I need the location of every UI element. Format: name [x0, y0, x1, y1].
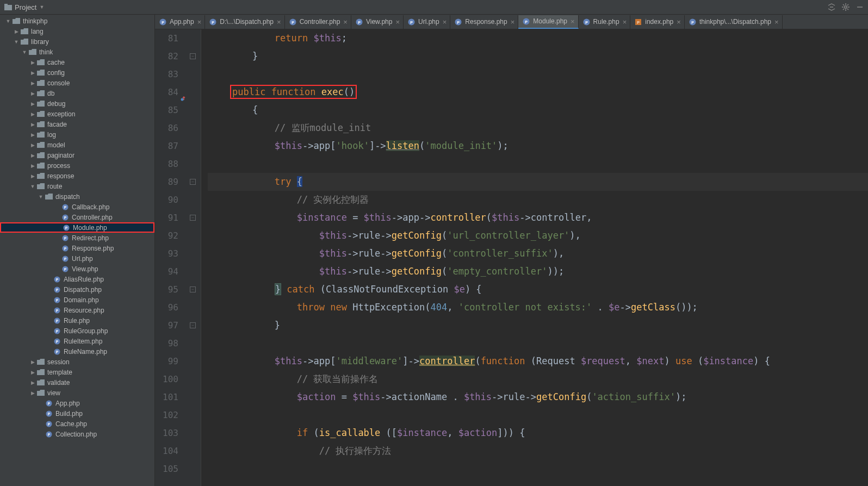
- tree-arrow-icon[interactable]: [29, 163, 36, 169]
- tree-arrow-icon[interactable]: [29, 101, 36, 107]
- fold-toggle-icon[interactable]: [190, 322, 196, 328]
- code-line[interactable]: } catch (ClassNotFoundException $e) {: [208, 281, 868, 298]
- tree-arrow-icon[interactable]: [29, 111, 36, 117]
- tree-arrow-icon[interactable]: [29, 80, 36, 86]
- tree-item-thinkphp[interactable]: thinkphp: [0, 16, 154, 26]
- fold-toggle-icon[interactable]: [190, 53, 196, 59]
- project-tree[interactable]: thinkphplanglibrarythinkcacheconfigconso…: [0, 15, 155, 486]
- tab-module-php[interactable]: PModule.php×: [518, 15, 578, 29]
- tree-arrow-icon[interactable]: [29, 370, 36, 375]
- close-icon[interactable]: ×: [395, 18, 400, 26]
- tree-item-redirect-php[interactable]: PRedirect.php: [0, 233, 154, 243]
- code-line[interactable]: if (is_callable ([$instance, $action])) …: [208, 424, 868, 442]
- tree-item-resource-php[interactable]: PResource.php: [0, 305, 154, 315]
- code-line[interactable]: $instance = $this->app->controller($this…: [208, 209, 868, 227]
- code-line[interactable]: throw new HttpException(404, 'controller…: [208, 298, 868, 316]
- tree-item-lang[interactable]: lang: [0, 26, 154, 36]
- tree-item-dispatch-php[interactable]: PDispatch.php: [0, 284, 154, 295]
- tree-item-callback-php[interactable]: PCallback.php: [0, 202, 154, 212]
- code-line[interactable]: $this->app['hook']->listen('module_init'…: [208, 137, 868, 155]
- tree-arrow-icon[interactable]: [29, 184, 36, 189]
- code-line[interactable]: public function exec(): [208, 83, 868, 101]
- tree-arrow-icon[interactable]: [29, 153, 36, 158]
- code-line[interactable]: }: [208, 47, 868, 65]
- code-line[interactable]: $this->rule->getConfig('empty_controller…: [208, 263, 868, 281]
- code-line[interactable]: // 实例化控制器: [208, 191, 868, 209]
- tree-item-session[interactable]: session: [0, 357, 154, 367]
- gear-icon[interactable]: [840, 1, 852, 13]
- tab-response-php[interactable]: PResponse.php×: [450, 15, 518, 29]
- close-icon[interactable]: ×: [197, 18, 202, 26]
- tree-item-process[interactable]: process: [0, 160, 154, 171]
- tab-rule-php[interactable]: PRule.php×: [579, 15, 631, 29]
- tab-app-php[interactable]: PApp.php×: [155, 15, 205, 29]
- tab-d-dispatch-php[interactable]: PD:\...\Dispatch.php×: [205, 15, 284, 29]
- fold-toggle-icon[interactable]: [190, 215, 196, 221]
- tree-item-dispatch[interactable]: dispatch: [0, 191, 154, 202]
- code-line[interactable]: [208, 334, 868, 352]
- close-icon[interactable]: ×: [571, 17, 575, 26]
- tree-arrow-icon[interactable]: [21, 49, 28, 55]
- tree-arrow-icon[interactable]: [29, 91, 36, 96]
- project-dropdown[interactable]: Project ▼: [0, 0, 48, 14]
- minimize-icon[interactable]: [854, 1, 866, 13]
- code-line[interactable]: {: [208, 101, 868, 119]
- tree-item-view-php[interactable]: PView.php: [0, 264, 154, 274]
- close-icon[interactable]: ×: [343, 18, 348, 26]
- tree-item-module-php[interactable]: PModule.php: [0, 222, 154, 233]
- collapse-icon[interactable]: [826, 1, 838, 13]
- tree-item-ruleitem-php[interactable]: PRuleItem.php: [0, 336, 154, 346]
- tree-arrow-icon[interactable]: [29, 122, 36, 127]
- tree-item-debug[interactable]: debug: [0, 98, 154, 109]
- tree-item-validate[interactable]: validate: [0, 377, 154, 388]
- tree-item-console[interactable]: console: [0, 78, 154, 88]
- code-content[interactable]: return $this; } public function exec() {…: [201, 29, 868, 486]
- tree-item-config[interactable]: config: [0, 67, 154, 78]
- code-line[interactable]: try {: [208, 173, 868, 191]
- tree-item-aliasrule-php[interactable]: PAliasRule.php: [0, 274, 154, 284]
- close-icon[interactable]: ×: [511, 18, 515, 26]
- tree-item-response-php[interactable]: PResponse.php: [0, 243, 154, 253]
- code-line[interactable]: [208, 406, 868, 424]
- tree-item-url-php[interactable]: PUrl.php: [0, 253, 154, 264]
- code-line[interactable]: return $this;: [208, 29, 868, 47]
- tree-item-paginator[interactable]: paginator: [0, 150, 154, 160]
- code-line[interactable]: // 监听module_init: [208, 119, 868, 137]
- tree-arrow-icon[interactable]: [29, 380, 36, 385]
- tab-index-php[interactable]: Pindex.php×: [630, 15, 685, 29]
- code-line[interactable]: $this->app['middleware']->controller(fun…: [208, 352, 868, 370]
- tree-item-rule-php[interactable]: PRule.php: [0, 315, 154, 326]
- fold-toggle-icon[interactable]: [190, 179, 196, 185]
- tree-item-think[interactable]: think: [0, 47, 154, 57]
- tab-thinkphp-dispatch-php[interactable]: Pthinkphp\...\Dispatch.php×: [685, 15, 783, 29]
- close-icon[interactable]: ×: [677, 18, 681, 26]
- close-icon[interactable]: ×: [774, 18, 779, 26]
- tree-item-db[interactable]: db: [0, 88, 154, 98]
- tree-arrow-icon[interactable]: [29, 60, 36, 65]
- tree-item-domain-php[interactable]: PDomain.php: [0, 295, 154, 305]
- tree-arrow-icon[interactable]: [29, 173, 36, 179]
- tree-item-controller-php[interactable]: PController.php: [0, 212, 154, 222]
- tree-item-build-php[interactable]: PBuild.php: [0, 408, 154, 419]
- tree-item-collection-php[interactable]: PCollection.php: [0, 429, 154, 439]
- tree-item-facade[interactable]: facade: [0, 119, 154, 129]
- tree-arrow-icon[interactable]: [29, 359, 36, 365]
- tree-item-model[interactable]: model: [0, 140, 154, 150]
- tree-item-exception[interactable]: exception: [0, 109, 154, 119]
- code-line[interactable]: // 获取当前操作名: [208, 370, 868, 388]
- tree-item-app-php[interactable]: PApp.php: [0, 398, 154, 408]
- tree-item-template[interactable]: template: [0, 367, 154, 377]
- tree-arrow-icon[interactable]: [13, 29, 20, 34]
- tree-arrow-icon[interactable]: [29, 70, 36, 76]
- tree-item-rulegroup-php[interactable]: PRuleGroup.php: [0, 326, 154, 336]
- tree-arrow-icon[interactable]: [29, 142, 36, 148]
- tree-arrow-icon[interactable]: [4, 18, 12, 24]
- tree-item-view[interactable]: view: [0, 388, 154, 398]
- code-line[interactable]: $this->rule->getConfig('url_controller_l…: [208, 227, 868, 245]
- tree-arrow-icon[interactable]: [37, 194, 45, 200]
- close-icon[interactable]: ×: [443, 18, 447, 26]
- code-line[interactable]: $this->rule->getConfig('controller_suffi…: [208, 245, 868, 263]
- close-icon[interactable]: ×: [277, 18, 281, 26]
- tree-item-log[interactable]: log: [0, 129, 154, 140]
- code-line[interactable]: }: [208, 316, 868, 334]
